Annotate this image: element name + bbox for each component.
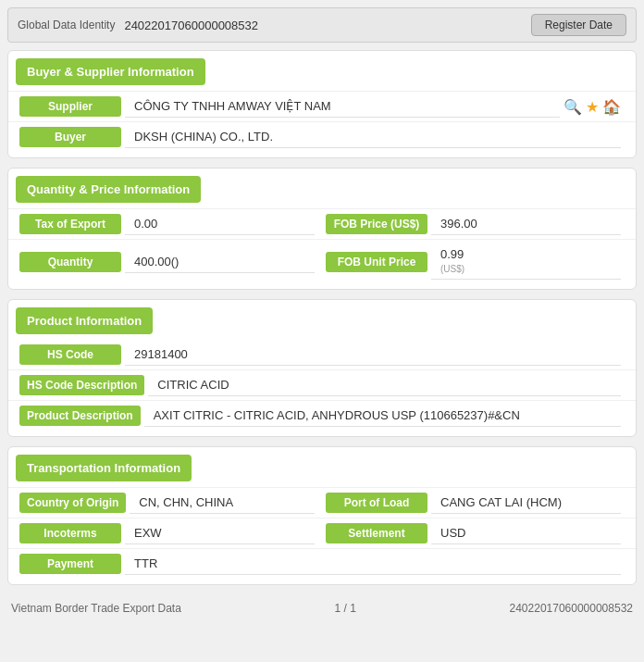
country-origin-col: Country of Origin CN, CHN, CHINA <box>19 492 318 514</box>
product-title: Product Information <box>27 314 142 328</box>
fob-price-value: 396.00 <box>431 213 621 235</box>
quantity-price-title: Quantity & Price Information <box>27 182 190 196</box>
quantity-label: Quantity <box>19 252 121 272</box>
incoterms-col: Incoterms EXW <box>19 522 318 544</box>
footer: Vietnam Border Trade Export Data 1 / 1 2… <box>7 594 637 617</box>
tax-export-label: Tax of Export <box>19 214 121 234</box>
payment-row: Payment TTR <box>8 548 636 579</box>
settlement-label: Settlement <box>326 523 427 543</box>
hs-code-row: HS Code 29181400 <box>8 340 636 369</box>
buyer-supplier-section: Buyer & Supplier Information Supplier CÔ… <box>7 50 637 158</box>
supplier-row: Supplier CÔNG TY TNHH AMWAY VIỆT NAM 🔍 ★… <box>8 91 636 121</box>
footer-center: 1 / 1 <box>335 602 356 615</box>
product-header: Product Information <box>16 307 153 334</box>
product-desc-row: Product Description AXIT CITRIC - CITRIC… <box>8 400 636 431</box>
search-icon[interactable]: 🔍 <box>564 98 582 116</box>
hs-code-label: HS Code <box>19 344 121 365</box>
quantity-value: 400.00() <box>125 251 315 273</box>
buyer-label: Buyer <box>19 127 121 147</box>
star-icon[interactable]: ★ <box>586 98 599 116</box>
tax-export-value: 0.00 <box>125 213 315 235</box>
settlement-value: USD <box>431 522 621 544</box>
port-load-label: Port of Load <box>326 493 427 513</box>
product-desc-value: AXIT CITRIC - CITRIC ACID, ANHYDROUS USP… <box>144 405 621 427</box>
port-load-col: Port of Load CANG CAT LAI (HCM) <box>326 492 625 514</box>
hs-code-desc-value: CITRIC ACID <box>148 374 621 396</box>
global-data-identity-label: Global Data Identity <box>18 19 115 31</box>
hs-code-desc-label: HS Code Description <box>19 375 144 395</box>
hs-code-value: 29181400 <box>125 343 621 366</box>
country-origin-value: CN, CHN, CHINA <box>130 492 315 514</box>
quantity-col: Quantity 400.00() <box>19 251 318 273</box>
fob-unit-price-col: FOB Unit Price 0.99 (US$) <box>326 244 625 280</box>
payment-value: TTR <box>125 553 621 575</box>
transportation-title: Transportation Information <box>27 461 180 475</box>
buyer-value: DKSH (CHINA) CO., LTD. <box>125 126 621 148</box>
supplier-label: Supplier <box>19 96 121 117</box>
settlement-col: Settlement USD <box>326 522 625 544</box>
incoterms-value: EXW <box>125 522 315 544</box>
tax-fob-price-row: Tax of Export 0.00 FOB Price (US$) 396.0… <box>8 208 636 239</box>
payment-label: Payment <box>19 554 121 574</box>
incoterms-label: Incoterms <box>19 523 121 543</box>
footer-left: Vietnam Border Trade Export Data <box>11 602 181 615</box>
country-port-row: Country of Origin CN, CHN, CHINA Port of… <box>8 487 636 518</box>
supplier-icons: 🔍 ★ 🏠 <box>564 98 625 116</box>
incoterms-settlement-row: Incoterms EXW Settlement USD <box>8 518 636 548</box>
buyer-supplier-title: Buyer & Supplier Information <box>27 65 194 79</box>
quantity-price-header: Quantity & Price Information <box>16 176 201 203</box>
home-icon[interactable]: 🏠 <box>602 98 621 116</box>
buyer-row: Buyer DKSH (CHINA) CO., LTD. <box>8 121 636 152</box>
fob-unit-price-sub: (US$) <box>440 264 464 274</box>
fob-unit-price-label: FOB Unit Price <box>326 252 427 272</box>
country-origin-label: Country of Origin <box>19 493 126 513</box>
hs-code-desc-row: HS Code Description CITRIC ACID <box>8 369 636 400</box>
product-section: Product Information HS Code 29181400 HS … <box>7 299 637 437</box>
quantity-fob-unit-row: Quantity 400.00() FOB Unit Price 0.99 (U… <box>8 239 636 283</box>
top-bar: Global Data Identity 2402201706000000853… <box>7 7 637 43</box>
supplier-value: CÔNG TY TNHH AMWAY VIỆT NAM <box>125 95 560 118</box>
global-data-identity-value: 24022017060000008532 <box>124 19 521 32</box>
buyer-supplier-header: Buyer & Supplier Information <box>16 58 205 85</box>
product-desc-label: Product Description <box>19 406 141 426</box>
footer-right: 24022017060000008532 <box>510 602 633 615</box>
port-load-value: CANG CAT LAI (HCM) <box>431 492 621 514</box>
register-date-button[interactable]: Register Date <box>531 14 626 36</box>
quantity-price-section: Quantity & Price Information Tax of Expo… <box>7 168 637 290</box>
tax-export-col: Tax of Export 0.00 <box>19 213 318 235</box>
transportation-section: Transportation Information Country of Or… <box>7 446 637 585</box>
fob-unit-price-value: 0.99 (US$) <box>431 244 621 280</box>
fob-price-label: FOB Price (US$) <box>326 214 427 234</box>
transportation-header: Transportation Information <box>16 455 192 481</box>
fob-price-col: FOB Price (US$) 396.00 <box>326 213 625 235</box>
